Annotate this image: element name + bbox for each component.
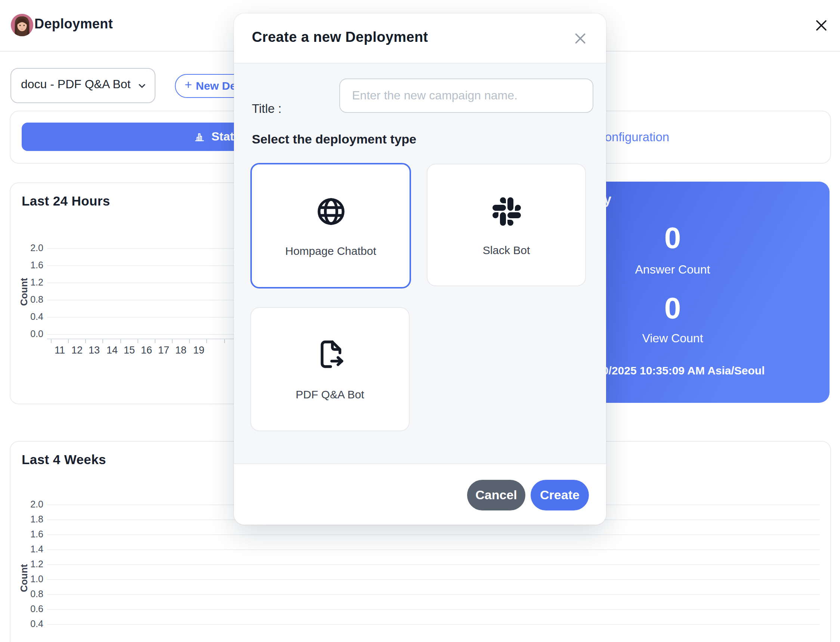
y-tick: 2.0 xyxy=(18,499,43,510)
file-export-icon xyxy=(313,338,346,374)
modal-header: Create a new Deployment xyxy=(234,13,606,63)
x-tick: 15 xyxy=(120,345,138,357)
create-button[interactable]: Create xyxy=(530,480,589,511)
x-tick: 17 xyxy=(155,345,173,357)
y-tick: 0.6 xyxy=(18,604,43,614)
y-tick: 0.0 xyxy=(18,329,43,339)
close-icon[interactable] xyxy=(815,19,827,31)
bot-selector[interactable]: docu - PDF Q&A Bot xyxy=(10,68,156,103)
plus-icon: + xyxy=(185,78,192,93)
create-deployment-modal: Create a new Deployment Title : input::p… xyxy=(234,13,606,525)
type-card-label: Slack Bot xyxy=(428,244,585,256)
x-tick: 18 xyxy=(172,345,190,357)
app-window: Deployment docu - PDF Q&A Bot + New Depl… xyxy=(0,0,840,642)
cancel-button[interactable]: Cancel xyxy=(467,480,525,511)
y-tick: 1.4 xyxy=(18,544,43,554)
globe-icon xyxy=(315,196,346,230)
y-tick: 0.8 xyxy=(18,295,43,305)
modal-footer: Cancel Create xyxy=(234,464,606,525)
bar-chart-icon xyxy=(193,131,206,143)
y-tick: 1.2 xyxy=(18,559,43,569)
bot-selector-value: docu - PDF Q&A Bot xyxy=(21,78,130,91)
x-tick: 11 xyxy=(51,345,69,357)
y-tick: 0.8 xyxy=(18,589,43,600)
x-tick: 14 xyxy=(103,345,121,357)
type-card-label: PDF Q&A Bot xyxy=(251,388,409,400)
modal-body: Title : input::placeholder{color:#b7bfc9… xyxy=(234,63,606,464)
tab-configuration-label: Configuration xyxy=(596,130,669,144)
y-tick: 1.6 xyxy=(18,260,43,271)
y-tick: 1.0 xyxy=(18,574,43,584)
y-tick: 1.8 xyxy=(18,514,43,525)
x-tick: 13 xyxy=(85,345,103,357)
x-tick: 16 xyxy=(138,345,156,357)
x-tick: 12 xyxy=(68,345,86,357)
type-card-slack-bot[interactable]: Slack Bot xyxy=(427,164,586,286)
modal-title: Create a new Deployment xyxy=(252,29,428,45)
y-tick: 2.0 xyxy=(18,243,43,253)
y-tick: 0.4 xyxy=(18,619,43,629)
title-field-label: Title : xyxy=(252,102,281,116)
y-tick: 1.2 xyxy=(18,277,43,288)
y-tick: 0.4 xyxy=(18,312,43,322)
page-title: Deployment xyxy=(34,16,113,32)
chevron-down-icon xyxy=(137,81,147,94)
type-card-pdf-qa-bot[interactable]: PDF Q&A Bot xyxy=(250,307,410,431)
type-card-homepage-chatbot[interactable]: Hompage Chatbot xyxy=(250,163,411,289)
y-tick: 1.6 xyxy=(18,529,43,540)
modal-close-icon[interactable] xyxy=(574,32,587,45)
x-tick: 19 xyxy=(190,345,208,357)
campaign-name-input[interactable] xyxy=(339,78,594,113)
chart-title: Last 24 Hours xyxy=(22,194,110,209)
chart-title: Last 4 Weeks xyxy=(22,452,106,468)
section-label: Select the deployment type xyxy=(252,132,416,147)
type-card-label: Hompage Chatbot xyxy=(252,245,410,257)
slack-icon xyxy=(492,197,521,229)
avatar[interactable] xyxy=(10,13,34,37)
